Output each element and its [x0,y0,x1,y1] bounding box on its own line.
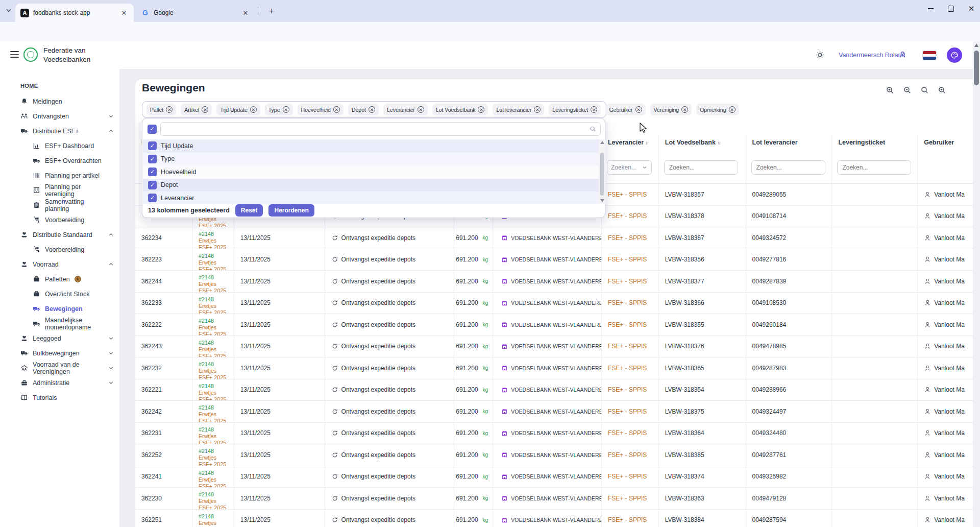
sidebar-item-voorbereiding[interactable]: Voorbereiding [0,242,119,257]
reset-button[interactable]: Reset [235,204,263,217]
sidebar-item-palletten[interactable]: Pallettenᴥ [0,272,119,286]
cell-artikel: #2148 Erwtjes ESF+ 2025 [192,336,234,357]
zoom-out-icon[interactable] [903,86,912,94]
chip-remove-icon[interactable]: ✕ [534,106,541,113]
browser-tab-active[interactable]: A foodbanks-stock-app ✕ [15,4,134,22]
chip-remove-icon[interactable]: ✕ [729,106,736,113]
user-menu[interactable]: Vandermeersch Roland [839,52,905,59]
column-checkbox[interactable]: ✓ [148,194,157,202]
theme-sun-icon[interactable] [816,51,824,59]
sidebar-item-ontvangsten[interactable]: Ontvangsten [0,109,119,124]
sidebar-item-planning-per-vereniging[interactable]: Planning per vereniging [0,183,119,198]
table-row[interactable]: 362242#2148 Erwtjes ESF+ 202513/11/2025O… [135,401,980,423]
table-row[interactable]: 362241#2148 Erwtjes ESF+ 202513/11/2025O… [135,466,980,488]
column-checkbox[interactable]: ✓ [148,167,157,176]
column-option-tijd-update[interactable]: ✓Tijd Update [143,139,599,153]
chip-remove-icon[interactable]: ✕ [681,106,688,113]
table-row[interactable]: 362252#2148 Erwtjes ESF+ 202513/11/2025O… [135,444,980,466]
table-row[interactable]: 362223#2148 Erwtjes ESF+ 202513/11/2025O… [135,249,980,271]
column-option-leverancier[interactable]: ✓Leverancier [143,191,599,204]
chip-remove-icon[interactable]: ✕ [333,106,340,113]
table-row[interactable]: 362221#2148 Erwtjes ESF+ 202513/11/2025O… [135,379,980,401]
sidebar-item-esf-dashboard[interactable]: ESF+ Dashboard [0,138,119,153]
new-tab-button[interactable]: + [265,5,278,18]
column-header-lot_fb[interactable]: Lot Voedselbank↑↓ [659,134,746,151]
chip-remove-icon[interactable]: ✕ [166,106,173,113]
select-all-checkbox[interactable]: ✓ [148,125,157,134]
scrollbar-thumb[interactable] [974,51,979,85]
sort-icon[interactable]: ↑↓ [717,140,720,146]
sidebar-item-esf-overdrachten[interactable]: ESF+ Overdrachten [0,153,119,168]
chip-remove-icon[interactable]: ✕ [283,106,289,113]
table-row[interactable]: 362243#2148 Erwtjes ESF+ 202513/11/2025O… [135,336,980,358]
column-checkbox[interactable]: ✓ [148,141,157,150]
sidebar-item-voorraad-van-de-verenigingen[interactable]: Voorraad van de Verenigingen [0,361,119,375]
column-chips-bar[interactable]: Pallet✕Artikel✕Tijd Update✕Type✕Hoeveelh… [142,101,606,118]
sidebar-item-bewegingen[interactable]: Bewegingen [0,301,119,316]
column-header-supplier[interactable]: Leverancier↑↓ [602,134,659,151]
table-row[interactable]: 362234#2148 Erwtjes ESF+ 202513/11/2025O… [135,227,980,249]
lot_fb-filter-input[interactable] [664,160,738,175]
movement-type-icon [331,473,338,480]
sidebar-item-voorraad[interactable]: Voorraad [0,257,119,272]
chip-remove-icon[interactable]: ✕ [250,106,257,113]
dropdown-scrollbar[interactable] [599,139,605,204]
sidebar-item-planning-per-artikel[interactable]: Planning per artikel [0,168,119,183]
sidebar-item-leeggoed[interactable]: Leeggoed [0,331,119,346]
table-row[interactable]: 362244#2148 Erwtjes ESF+ 202513/11/2025O… [135,271,980,293]
sort-icon[interactable]: ↑↓ [645,140,648,146]
sidebar-item-distributie-esf-[interactable]: Distributie ESF+ [0,124,119,138]
browser-tab-google[interactable]: G Google ✕ [136,4,255,22]
sidebar-item-overzicht-stock[interactable]: Overzicht Stock [0,286,119,301]
cell-pallet: 362230 [135,488,192,509]
page-scrollbar[interactable] [973,41,980,527]
sidebar-item-maandelijkse-momentopname[interactable]: Maandelijkse momentopname [0,316,119,331]
sidebar-item-administratie[interactable]: Administratie [0,375,119,390]
cell-supplier: FSE+ - SPPIS [602,510,659,527]
chip-remove-icon[interactable]: ✕ [591,106,597,113]
sidebar-item-samenvatting-planning[interactable]: Samenvatting planning [0,198,119,212]
window-maximize-button[interactable] [945,3,957,14]
tab-close-icon[interactable]: ✕ [241,8,250,17]
cell-artikel: #2148 Erwtjes ESF+ 2025 [192,444,234,466]
table-row[interactable]: 362251#2148 Erwtjes ESF+ 202513/11/2025O… [135,510,980,527]
table-row[interactable]: 362233#2148 Erwtjes ESF+ 202513/11/2025O… [135,293,980,315]
hamburger-menu-icon[interactable] [10,51,19,58]
tab-search-icon[interactable] [5,7,12,14]
chip-remove-icon[interactable]: ✕ [635,106,642,113]
column-option-depot[interactable]: ✓Depot [143,179,599,192]
zoom-reset-icon[interactable] [938,86,946,94]
column-checkbox[interactable]: ✓ [148,181,157,189]
search-icon[interactable] [920,86,929,94]
chip-remove-icon[interactable]: ✕ [478,106,484,113]
column-option-hoeveelheid[interactable]: ✓Hoeveelheid [143,165,599,179]
language-flag-nl[interactable] [923,51,936,60]
cell-pallet: 362243 [135,336,192,357]
table-row[interactable]: 362231#2148 Erwtjes ESF+ 202513/11/2025O… [135,423,980,445]
column-option-type[interactable]: ✓Type [143,153,599,166]
zoom-in-icon[interactable] [886,86,894,94]
theme-palette-button[interactable] [947,47,962,63]
sidebar-item-tutorials[interactable]: Tutorials [0,390,119,405]
window-close-button[interactable]: ✕ [966,3,977,14]
lot_sup-filter-input[interactable] [751,160,825,175]
window-minimize-button[interactable] [925,3,936,14]
table-row[interactable]: 362230#2148 Erwtjes ESF+ 202513/11/2025O… [135,488,980,510]
chip-remove-icon[interactable]: ✕ [202,106,208,113]
ticket-filter-input[interactable] [837,160,911,175]
sidebar-item-bulkbewegingen[interactable]: Bulkbewegingen [0,346,119,361]
chip-remove-icon[interactable]: ✕ [418,106,424,113]
reorder-button[interactable]: Herordenen [268,204,314,217]
chip-remove-icon[interactable]: ✕ [369,106,375,113]
supplier-filter-select[interactable]: Zoeken... [607,160,652,175]
table-row[interactable]: 362232#2148 Erwtjes ESF+ 202513/11/2025O… [135,357,980,379]
column-checkbox[interactable]: ✓ [148,155,157,163]
filter-chip-artikel: Artikel✕ [181,104,212,115]
sidebar-item-distributie-standaard[interactable]: Distributie Standaard [0,227,119,242]
sidebar-item-voorbereiding[interactable]: Voorbereiding [0,212,119,227]
user-person-icon[interactable] [898,51,906,59]
tab-close-icon[interactable]: ✕ [119,8,129,17]
sidebar-item-meldingen[interactable]: Meldingen [0,94,119,109]
column-search-input[interactable] [160,122,601,136]
table-row[interactable]: 362222#2148 Erwtjes ESF+ 202513/11/2025O… [135,314,980,336]
